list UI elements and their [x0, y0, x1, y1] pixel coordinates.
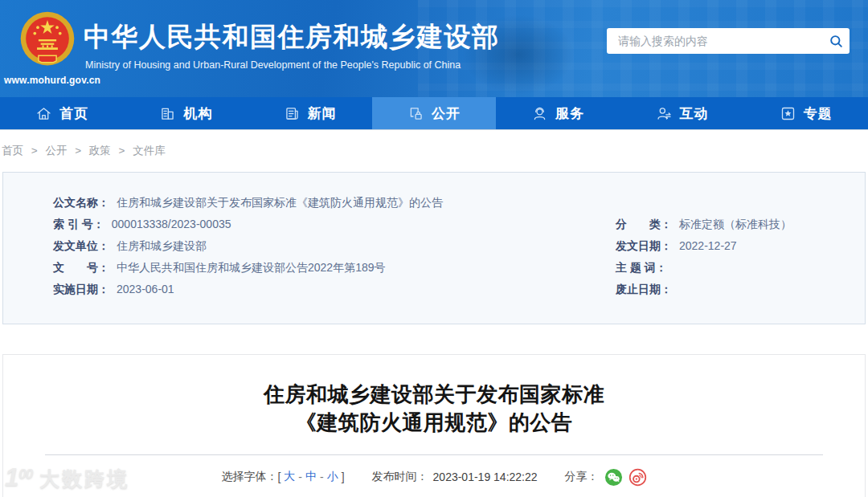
nav-tab-label: 专题: [804, 104, 833, 123]
nav-tab-label: 新闻: [308, 104, 337, 123]
meta-label: 文 号：: [53, 261, 109, 274]
doc-meta-row-keywords: 主 题 词：: [616, 257, 792, 279]
publish-time: 发布时间： 2023-01-19 14:22:22: [372, 470, 538, 484]
service-icon: [531, 105, 548, 122]
doc-meta-right-column: 分 类：标准定额（标准科技） 发文日期：2022-12-27 主 题 词： 废止…: [616, 214, 792, 300]
nav-tab-label: 服务: [555, 104, 584, 123]
nav-tab-home[interactable]: 首页: [0, 97, 124, 129]
meta-value: 2023-06-01: [117, 283, 174, 295]
font-size-separator: -: [320, 471, 324, 483]
site-url: www.mohurd.gov.cn: [4, 75, 91, 86]
meta-value: 住房和城乡建设部: [117, 239, 207, 252]
news-icon: [284, 105, 301, 122]
article-panel: 住房和城乡建设部关于发布国家标准 《建筑防火通用规范》的公告 选择字体： [ 大…: [2, 354, 866, 497]
article-title: 住房和城乡建设部关于发布国家标准 《建筑防火通用规范》的公告: [3, 381, 865, 437]
doc-meta-row-issuer: 发文单位：住房和城乡建设部: [53, 235, 443, 257]
national-emblem-icon: [18, 10, 77, 69]
meta-value: 标准定额（标准科技）: [679, 218, 792, 230]
organization-icon: [159, 105, 176, 122]
page: www.mohurd.gov.cn 中华人民共和国住房和城乡建设部 Minist…: [0, 0, 868, 497]
bracket-close: ]: [342, 471, 345, 483]
nav-tab-news[interactable]: 公开 新闻: [248, 97, 372, 129]
nav-tab-label: 首页: [59, 104, 88, 123]
publish-time-label: 发布时间：: [372, 470, 428, 484]
disclosure-icon: [407, 105, 424, 122]
article-title-divider: [45, 454, 823, 455]
meta-label: 发文单位：: [53, 239, 109, 252]
doc-meta-row-index: 索 引 号：000013338/2023-00035: [53, 214, 443, 235]
share-label: 分享：: [565, 470, 599, 484]
breadcrumb-separator: >: [119, 145, 125, 157]
topics-icon: [780, 105, 796, 122]
doc-meta-row-issue-date: 发文日期：2022-12-27: [616, 235, 792, 257]
home-icon: [35, 105, 52, 122]
doc-meta-row-number: 文 号：中华人民共和国住房和城乡建设部公告2022年第189号: [53, 257, 443, 279]
breadcrumb-policy[interactable]: 政策: [89, 145, 111, 157]
font-size-separator: -: [298, 471, 302, 483]
breadcrumb-separator: >: [75, 145, 81, 157]
breadcrumb-library[interactable]: 文件库: [133, 145, 166, 157]
font-size-medium-link[interactable]: 中: [305, 470, 317, 484]
doc-meta-row-title: 公文名称：住房和城乡建设部关于发布国家标准《建筑防火通用规范》的公告: [53, 192, 443, 214]
nav-tab-label: 机构: [183, 104, 212, 123]
weibo-icon[interactable]: [628, 468, 647, 487]
search-box: [607, 28, 850, 54]
nav-tab-topics[interactable]: 专题: [744, 97, 868, 129]
search-button[interactable]: [822, 28, 850, 54]
meta-value: 2022-12-27: [679, 239, 737, 252]
article-title-line2: 《建筑防火通用规范》的公告: [3, 409, 865, 437]
article-title-line1: 住房和城乡建设部关于发布国家标准: [3, 381, 865, 409]
nav-divider: [0, 129, 868, 130]
share-group: 分享：: [565, 468, 647, 487]
publish-time-value: 2023-01-19 14:22:22: [433, 471, 538, 483]
doc-meta-row-category: 分 类：标准定额（标准科技）: [616, 214, 792, 235]
breadcrumb-disclosure[interactable]: 公开: [45, 145, 67, 157]
site-header: www.mohurd.gov.cn 中华人民共和国住房和城乡建设部 Minist…: [0, 0, 868, 97]
search-icon: [829, 34, 844, 49]
breadcrumb: 首页 > 公开 > 政策 > 文件库: [2, 144, 166, 158]
wechat-icon[interactable]: [604, 468, 623, 487]
nav-tab-organization[interactable]: 机构: [124, 97, 248, 129]
meta-label: 实施日期：: [53, 283, 109, 295]
doc-meta-left-column: 公文名称：住房和城乡建设部关于发布国家标准《建筑防火通用规范》的公告 索 引 号…: [53, 192, 443, 300]
meta-value: 000013338/2023-00035: [112, 218, 231, 230]
site-title-cn: 中华人民共和国住房和城乡建设部: [84, 19, 500, 55]
font-size-small-link[interactable]: 小: [327, 470, 338, 484]
interaction-icon: [656, 105, 673, 122]
font-size-large-link[interactable]: 大: [284, 470, 295, 484]
breadcrumb-separator: >: [31, 145, 38, 157]
main-nav: 首页 机构 公开 新闻 公开: [0, 97, 868, 129]
watermark: 100 大数跨境: [5, 465, 129, 490]
meta-label: 分 类：: [616, 218, 672, 230]
meta-value: 住房和城乡建设部关于发布国家标准《建筑防火通用规范》的公告: [117, 196, 443, 209]
font-size-selector: 选择字体： [ 大 - 中 - 小 ]: [221, 470, 344, 484]
meta-label: 主 题 词：: [616, 261, 667, 274]
nav-tab-services[interactable]: 服务: [496, 97, 620, 129]
nav-tab-disclosure[interactable]: 公开: [372, 97, 496, 129]
watermark-text: 大数跨境: [39, 468, 129, 491]
doc-meta-panel: 公文名称：住房和城乡建设部关于发布国家标准《建筑防火通用规范》的公告 索 引 号…: [2, 172, 866, 324]
meta-label: 发文日期：: [616, 239, 672, 252]
nav-tab-label: 公开: [432, 104, 461, 123]
breadcrumb-home[interactable]: 首页: [2, 145, 23, 157]
site-title-en: Ministry of Housing and Urban-Rural Deve…: [85, 59, 461, 71]
doc-meta-row-repeal-date: 废止日期：: [616, 279, 792, 300]
meta-label: 废止日期：: [616, 283, 672, 295]
watermark-logo: 100: [5, 465, 32, 490]
meta-value: 中华人民共和国住房和城乡建设部公告2022年第189号: [117, 261, 386, 274]
nav-tab-interaction[interactable]: 互动: [620, 97, 743, 129]
meta-label: 索 引 号：: [53, 218, 104, 230]
nav-tab-label: 互动: [680, 104, 709, 123]
font-select-label: 选择字体：: [221, 470, 277, 484]
meta-label: 公文名称：: [53, 196, 109, 209]
article-meta-row: 选择字体： [ 大 - 中 - 小 ] 发布时间： 2023-01-19 14:…: [3, 466, 865, 488]
doc-meta-row-effective-date: 实施日期：2023-06-01: [53, 279, 443, 300]
bracket-open: [: [277, 471, 280, 483]
search-input[interactable]: [607, 28, 822, 54]
